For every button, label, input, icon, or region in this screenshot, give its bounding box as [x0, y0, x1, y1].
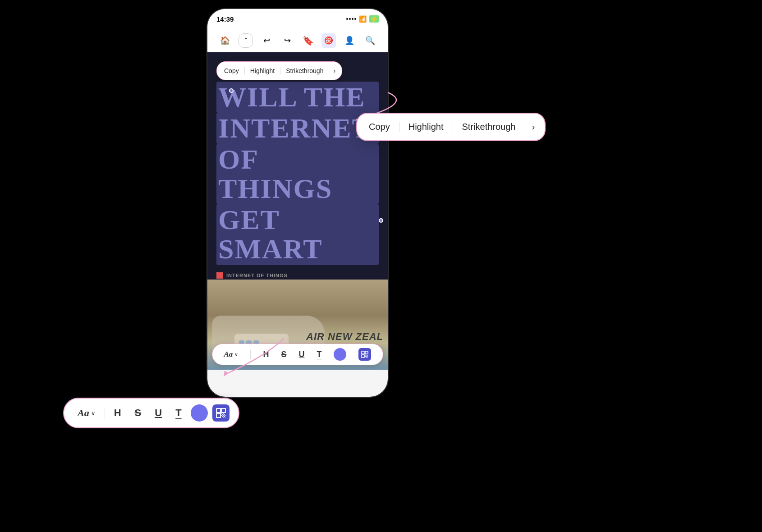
font-selector-large[interactable]: Aa ∨	[73, 407, 100, 419]
select-icon-large[interactable]	[212, 404, 230, 422]
airline-text: AIR NEW ZEAL	[306, 331, 383, 343]
text-style-button-phone[interactable]: T	[317, 350, 321, 359]
text-style-button-large[interactable]: T	[171, 407, 186, 419]
selection-handle-end[interactable]	[379, 218, 383, 223]
svg-rect-2	[362, 355, 364, 358]
text-label-large: T	[175, 407, 181, 419]
heading-label-phone: H	[263, 350, 269, 359]
phone-frame: 14:39 📶 ⚡ 🏠 ˅ ↩ ↪ 🔖 ㊗️ 👤 🔍 Copy Highligh…	[207, 9, 388, 397]
underline-label-phone: U	[298, 350, 304, 359]
context-menu-small: Copy Highlight Strikethrough ›	[216, 61, 342, 80]
svg-rect-5	[216, 413, 220, 417]
svg-rect-0	[362, 351, 364, 354]
more-options-chevron-large[interactable]: ›	[525, 119, 542, 135]
wifi-icon: 📶	[359, 15, 367, 23]
headline-line-1: WILL THE	[216, 82, 379, 113]
category-label: INTERNET OF THINGS	[226, 273, 288, 278]
font-aa-label-phone: Aa	[224, 350, 233, 359]
home-icon[interactable]: 🏠	[218, 33, 232, 48]
battery-icon: ⚡	[369, 15, 379, 23]
bookmark-icon[interactable]: 🔖	[301, 33, 315, 48]
headline-line-4: GET SMART	[216, 204, 379, 265]
search-icon[interactable]: 🔍	[363, 33, 377, 48]
font-aa-label-large: Aa	[78, 407, 89, 419]
svg-rect-1	[365, 351, 368, 354]
strikethrough-label-large: S	[135, 407, 142, 419]
svg-rect-3	[216, 408, 220, 413]
status-time: 14:39	[216, 15, 234, 23]
fmt-divider-large-1	[105, 407, 105, 419]
heading-button-large[interactable]: H	[110, 407, 126, 419]
color-swatch-phone[interactable]	[334, 348, 346, 361]
headline-container: WILL THE INTERNET OF THINGS GET SMART	[216, 82, 379, 265]
color-swatch-large[interactable]	[191, 404, 208, 422]
content-area: Copy Highlight Strikethrough › WILL THE …	[207, 52, 388, 370]
copy-button-large[interactable]: Copy	[360, 119, 399, 135]
underline-button-phone[interactable]: U	[298, 350, 304, 359]
redo-icon[interactable]: ↪	[280, 33, 294, 48]
selection-handle-start[interactable]	[229, 88, 234, 93]
category-square-icon	[216, 272, 223, 279]
chevron-down-icon[interactable]: ˅	[239, 33, 253, 48]
category-tag: INTERNET OF THINGS	[216, 272, 379, 279]
undo-icon[interactable]: ↩	[259, 33, 274, 48]
format-toolbar-phone: Aa ∨ H S U T	[212, 344, 383, 365]
font-selector-phone[interactable]: Aa ∨	[224, 350, 239, 359]
headline-line-2: INTERNET	[216, 113, 379, 144]
strikethrough-button-small[interactable]: Strikethrough	[280, 65, 329, 76]
heading-button-phone[interactable]: H	[263, 350, 269, 359]
person-icon[interactable]: 👤	[342, 33, 357, 48]
underline-label-large: U	[155, 407, 162, 419]
context-menu-large: Copy Highlight Strikethrough ›	[356, 113, 546, 141]
copy-button-small[interactable]: Copy	[219, 65, 244, 76]
svg-rect-4	[221, 408, 225, 413]
strikethrough-button-phone[interactable]: S	[281, 350, 286, 359]
highlight-button-small[interactable]: Highlight	[245, 65, 280, 76]
headline-line-3: OF THINGS	[216, 144, 379, 204]
translate-icon[interactable]: ㊗️	[321, 33, 336, 48]
font-chevron-phone: ∨	[234, 352, 238, 358]
status-bar: 14:39 📶 ⚡	[207, 9, 388, 29]
top-toolbar: 🏠 ˅ ↩ ↪ 🔖 ㊗️ 👤 🔍	[207, 29, 388, 52]
strikethrough-label-phone: S	[281, 350, 286, 359]
text-label-phone: T	[317, 350, 321, 359]
more-options-chevron-small[interactable]: ›	[329, 65, 340, 76]
underline-button-large[interactable]: U	[150, 407, 166, 419]
strikethrough-button-large[interactable]: Strikethrough	[453, 119, 525, 135]
strikethrough-button-large[interactable]: S	[130, 407, 146, 419]
format-toolbar-large: Aa ∨ H S U T	[63, 398, 239, 428]
font-chevron-large: ∨	[91, 410, 96, 417]
heading-label-large: H	[114, 407, 121, 419]
fmt-divider-1	[250, 350, 251, 359]
highlight-button-large[interactable]: Highlight	[399, 119, 453, 135]
photo-area: AIR NEW ZEAL Aa ∨ H S U T	[207, 280, 388, 370]
status-icons: 📶 ⚡	[346, 15, 379, 23]
select-icon-phone[interactable]	[358, 348, 371, 361]
network-dots-icon	[346, 18, 356, 20]
